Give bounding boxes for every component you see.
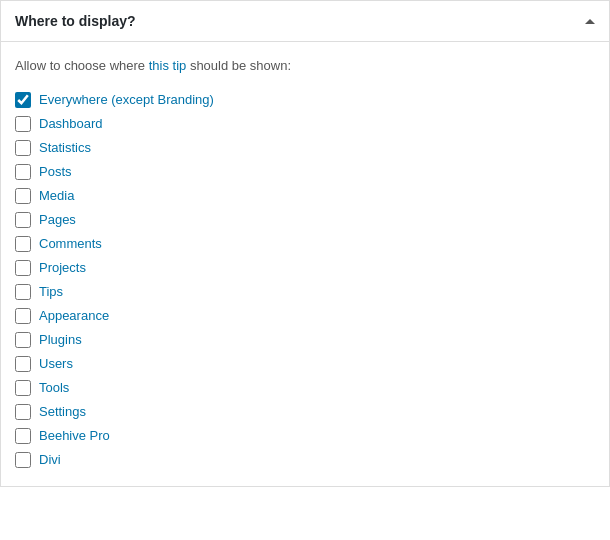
checkbox-label-tools[interactable]: Tools [39,380,69,395]
checkbox-posts[interactable] [15,164,31,180]
checkbox-everywhere[interactable] [15,92,31,108]
checkbox-label-media[interactable]: Media [39,188,74,203]
checkbox-label-tips[interactable]: Tips [39,284,63,299]
checkbox-label-pages[interactable]: Pages [39,212,76,227]
description-link[interactable]: this tip [149,58,187,73]
checkbox-label-settings[interactable]: Settings [39,404,86,419]
list-item: Comments [15,232,595,256]
list-item: Media [15,184,595,208]
list-item: Settings [15,400,595,424]
checkbox-label-divi[interactable]: Divi [39,452,61,467]
list-item: Plugins [15,328,595,352]
list-item: Tips [15,280,595,304]
list-item: Posts [15,160,595,184]
list-item: Statistics [15,136,595,160]
checkbox-statistics[interactable] [15,140,31,156]
list-item: Appearance [15,304,595,328]
checkbox-label-posts[interactable]: Posts [39,164,72,179]
list-item: Divi [15,448,595,472]
checkbox-media[interactable] [15,188,31,204]
where-to-display-panel: Where to display? Allow to choose where … [0,0,610,487]
list-item: Tools [15,376,595,400]
checkbox-projects[interactable] [15,260,31,276]
checkbox-label-projects[interactable]: Projects [39,260,86,275]
panel-description: Allow to choose where this tip should be… [15,56,595,76]
checkbox-dashboard[interactable] [15,116,31,132]
checkbox-comments[interactable] [15,236,31,252]
description-prefix: Allow to choose where [15,58,149,73]
panel-header: Where to display? [1,1,609,42]
list-item: Dashboard [15,112,595,136]
list-item: Projects [15,256,595,280]
checkbox-label-users[interactable]: Users [39,356,73,371]
checkbox-divi[interactable] [15,452,31,468]
collapse-icon[interactable] [585,19,595,24]
checkbox-beehive-pro[interactable] [15,428,31,444]
checkbox-label-statistics[interactable]: Statistics [39,140,91,155]
panel-body: Allow to choose where this tip should be… [1,42,609,486]
checkbox-settings[interactable] [15,404,31,420]
list-item: Everywhere (except Branding) [15,88,595,112]
checkbox-list: Everywhere (except Branding)DashboardSta… [15,88,595,472]
checkbox-users[interactable] [15,356,31,372]
panel-title: Where to display? [15,13,136,29]
checkbox-label-appearance[interactable]: Appearance [39,308,109,323]
checkbox-tools[interactable] [15,380,31,396]
checkbox-tips[interactable] [15,284,31,300]
list-item: Users [15,352,595,376]
checkbox-pages[interactable] [15,212,31,228]
checkbox-label-dashboard[interactable]: Dashboard [39,116,103,131]
checkbox-plugins[interactable] [15,332,31,348]
checkbox-label-comments[interactable]: Comments [39,236,102,251]
checkbox-appearance[interactable] [15,308,31,324]
description-suffix: should be shown: [186,58,291,73]
list-item: Beehive Pro [15,424,595,448]
checkbox-label-everywhere[interactable]: Everywhere (except Branding) [39,92,214,107]
checkbox-label-plugins[interactable]: Plugins [39,332,82,347]
checkbox-label-beehive-pro[interactable]: Beehive Pro [39,428,110,443]
list-item: Pages [15,208,595,232]
